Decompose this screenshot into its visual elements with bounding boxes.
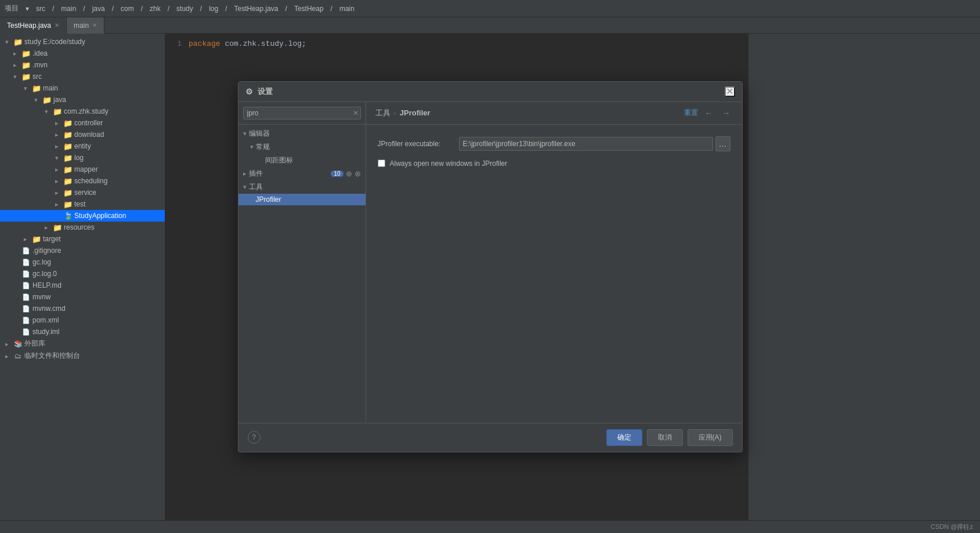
dialog-tree: ▾ 编辑器 ▾ 常规 ▸ 间距图标 [238,125,366,423]
dialog-titlebar: ⚙ 设置 ✕ [238,82,742,102]
always-open-checkbox[interactable] [378,159,385,167]
ok-button[interactable]: 确定 [606,429,642,446]
dtree-general[interactable]: ▾ 常规 [238,140,366,154]
plugin-add-icon[interactable]: ⊕ [346,169,352,178]
dialog-right-header: 工具 › JProfiler 重置 ← → [366,102,742,125]
executable-label: JProfiler executable: [378,140,453,148]
dialog-overlay: ⚙ 设置 ✕ ✕ ▾ 编辑器 [0,0,980,533]
reset-button[interactable]: 重置 [684,108,698,118]
dialog-footer: ? 确定 取消 应用(A) [238,423,742,452]
executable-input[interactable] [459,137,713,151]
dtree-plugins[interactable]: ▸ 插件 10 ⊕ ⊗ [238,167,366,180]
dialog-left-panel: ✕ ▾ 编辑器 ▾ 常规 ▸ [238,102,366,423]
browse-button[interactable]: … [715,136,731,151]
search-clear-icon[interactable]: ✕ [353,109,359,117]
breadcrumb-separator: › [394,108,396,117]
help-button[interactable]: ? [248,431,261,444]
footer-buttons: 确定 取消 应用(A) [606,429,733,446]
always-open-label[interactable]: Always open new windows in JProfiler [390,159,508,168]
nav-back-button[interactable]: ← [703,107,715,119]
header-actions: 重置 ← → [684,107,733,119]
apply-button[interactable]: 应用(A) [688,429,733,446]
checkbox-row: Always open new windows in JProfiler [378,159,731,168]
dialog-title: ⚙ 设置 [245,86,273,97]
dialog-search-input[interactable] [243,107,361,119]
breadcrumb-current: JProfiler [400,108,431,117]
breadcrumb-parent: 工具 [375,108,390,118]
executable-field-row: JProfiler executable: … [378,136,731,151]
nav-forward-button[interactable]: → [720,107,733,119]
dtree-gutter-icons[interactable]: ▸ 间距图标 [238,154,366,167]
dtree-tools[interactable]: ▾ 工具 [238,180,366,194]
dialog-right-panel: 工具 › JProfiler 重置 ← → JProfiler executab… [366,102,742,423]
dialog-body: ✕ ▾ 编辑器 ▾ 常规 ▸ [238,102,742,423]
dialog-title-text: 设置 [258,86,273,97]
dialog-right-content: JProfiler executable: … Always open new … [366,125,742,423]
settings-dialog: ⚙ 设置 ✕ ✕ ▾ 编辑器 [238,81,743,452]
plugin-count-badge: 10 [331,171,343,177]
dtree-editor[interactable]: ▾ 编辑器 [238,127,366,140]
dialog-search-area: ✕ [238,102,366,125]
dialog-close-button[interactable]: ✕ [725,86,735,97]
cancel-button[interactable]: 取消 [647,429,683,446]
breadcrumb: 工具 › JProfiler [375,108,431,118]
plugin-remove-icon[interactable]: ⊗ [355,169,361,178]
dtree-jprofiler[interactable]: ▸ JProfiler [238,194,366,205]
